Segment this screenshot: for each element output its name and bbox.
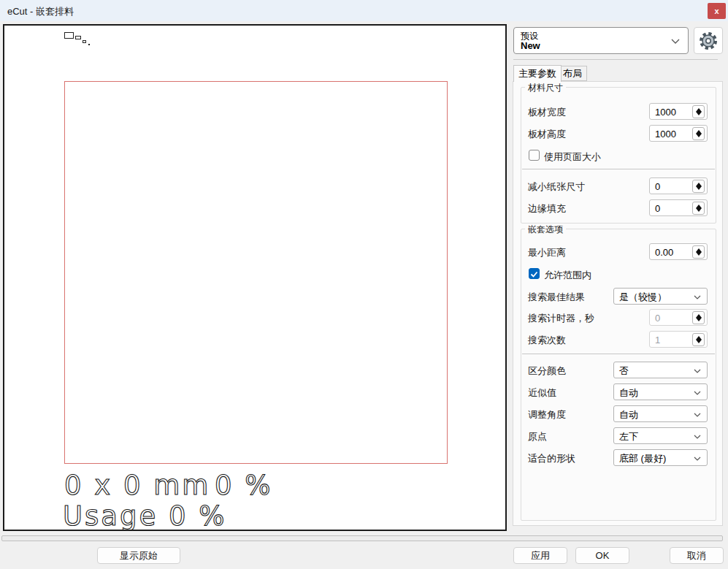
progress-bar <box>1 535 723 541</box>
fit-shape-value: 底部 (最好) <box>619 452 666 465</box>
chevron-down-icon <box>694 295 701 299</box>
origin-value: 左下 <box>619 430 638 443</box>
gear-icon <box>699 31 718 50</box>
preset-settings-button[interactable] <box>694 27 723 54</box>
board-height-value: 1000 <box>655 129 676 140</box>
nesting-group-separator <box>522 354 715 354</box>
canvas-stats: 0 x 0 mm 0 % Usage 0 % <box>60 464 323 531</box>
search-timer-spin-buttons[interactable] <box>692 311 705 324</box>
use-page-size-label: 使用页面大小 <box>544 150 601 164</box>
fit-shape-dropdown[interactable]: 底部 (最好) <box>613 449 708 466</box>
board-width-spinner[interactable]: 1000 <box>649 103 708 120</box>
board-width-label: 板材宽度 <box>528 106 566 119</box>
search-count-label: 搜索次数 <box>528 334 566 347</box>
reduce-paper-spinner[interactable]: 0 <box>649 177 708 194</box>
preset-dropdown[interactable]: 预设 New <box>513 27 689 54</box>
preview-shape-4 <box>88 44 90 45</box>
preview-shape-1 <box>64 32 74 39</box>
show-original-label: 显示原始 <box>120 549 158 562</box>
preview-canvas[interactable]: 0 x 0 mm 0 % Usage 0 % <box>3 24 507 531</box>
approximation-dropdown[interactable]: 自动 <box>613 383 708 400</box>
min-distance-spinner[interactable]: 0.00 <box>649 243 708 260</box>
apply-label: 应用 <box>531 549 550 562</box>
stats-usage-text: Usage 0 % <box>63 500 227 531</box>
chevron-down-icon <box>694 457 701 461</box>
tab-main-parameters[interactable]: 主要参数 <box>513 65 562 82</box>
spin-down-icon <box>696 252 702 256</box>
min-distance-label: 最小距离 <box>528 246 566 259</box>
origin-label: 原点 <box>528 430 547 443</box>
close-icon: x <box>714 7 719 15</box>
board-height-spinner[interactable]: 1000 <box>649 125 708 142</box>
cancel-label: 取消 <box>687 549 706 562</box>
search-count-value: 1 <box>655 335 660 345</box>
chevron-down-icon <box>694 413 701 417</box>
spin-down-icon <box>696 318 702 321</box>
search-count-spinner[interactable]: 1 <box>649 331 708 348</box>
spin-down-icon <box>696 112 702 115</box>
spin-down-icon <box>696 134 702 137</box>
adjust-angle-value: 自动 <box>619 408 638 421</box>
by-color-value: 否 <box>619 364 629 378</box>
chevron-down-icon <box>694 391 701 395</box>
search-best-dropdown[interactable]: 是（较慢） <box>613 288 708 305</box>
chevron-down-icon <box>694 369 701 373</box>
chevron-down-icon <box>671 39 680 45</box>
tab-layout-label: 布局 <box>563 68 582 79</box>
use-page-size-checkbox[interactable] <box>529 150 540 161</box>
preview-shape-2 <box>75 36 81 39</box>
search-timer-spinner[interactable]: 0 <box>649 309 708 326</box>
apply-button[interactable]: 应用 <box>513 547 567 564</box>
show-original-button[interactable]: 显示原始 <box>97 547 180 564</box>
reduce-paper-label: 减小纸张尺寸 <box>528 180 585 194</box>
checkmark-icon <box>529 270 539 279</box>
tab-main-label: 主要参数 <box>518 68 556 79</box>
by-color-label: 区分颜色 <box>528 364 566 378</box>
search-count-spin-buttons[interactable] <box>692 333 705 346</box>
group-material-size-title: 材料尺寸 <box>525 82 566 94</box>
approximation-label: 近似值 <box>528 386 556 400</box>
allow-in-range-checkbox[interactable] <box>529 268 540 279</box>
main-parameters-panel: 材料尺寸 板材宽度 1000 板材高度 1000 使用页面大小 减小纸张尺寸 0… <box>513 81 723 526</box>
fit-shape-label: 适合的形状 <box>528 452 575 465</box>
window-title: eCut - 嵌套排料 <box>7 5 74 18</box>
origin-dropdown[interactable]: 左下 <box>613 427 708 444</box>
material-sheet-outline <box>64 81 448 464</box>
board-height-spin-buttons[interactable] <box>692 127 705 140</box>
spin-down-icon <box>696 340 702 343</box>
header-separator <box>513 59 718 60</box>
stats-percent-text: 0 % <box>215 470 272 501</box>
reduce-paper-value: 0 <box>655 181 660 192</box>
by-color-dropdown[interactable]: 否 <box>613 362 708 378</box>
spin-down-icon <box>696 208 702 212</box>
reduce-paper-spin-buttons[interactable] <box>692 180 705 193</box>
edge-padding-spin-buttons[interactable] <box>692 202 705 215</box>
min-distance-spin-buttons[interactable] <box>692 245 705 259</box>
board-height-label: 板材高度 <box>528 128 566 141</box>
search-best-label: 搜索最佳结果 <box>528 291 585 304</box>
chevron-down-icon <box>694 435 701 439</box>
spin-down-icon <box>696 186 702 190</box>
edge-padding-spinner[interactable]: 0 <box>649 199 708 216</box>
adjust-angle-dropdown[interactable]: 自动 <box>613 405 708 422</box>
search-timer-label: 搜索计时器，秒 <box>528 312 594 325</box>
preset-value: New <box>521 40 540 51</box>
tab-layout[interactable]: 布局 <box>558 66 587 81</box>
material-group-separator <box>522 169 715 169</box>
edge-padding-value: 0 <box>655 203 660 214</box>
allow-in-range-label: 允许范围内 <box>544 269 591 282</box>
cancel-button[interactable]: 取消 <box>670 547 724 564</box>
board-width-value: 1000 <box>655 107 676 118</box>
close-button[interactable]: x <box>708 3 726 19</box>
approximation-value: 自动 <box>619 386 638 400</box>
group-nesting-options-title: 嵌套选项 <box>525 224 566 236</box>
preview-shape-3 <box>83 40 86 43</box>
ok-label: OK <box>596 550 610 561</box>
search-timer-value: 0 <box>655 313 660 324</box>
title-bar: eCut - 嵌套排料 x <box>0 0 728 21</box>
ok-button[interactable]: OK <box>575 547 629 564</box>
adjust-angle-label: 调整角度 <box>528 408 566 421</box>
edge-padding-label: 边缘填充 <box>528 202 566 215</box>
stats-size-text: 0 x 0 mm <box>64 470 210 501</box>
board-width-spin-buttons[interactable] <box>692 105 705 118</box>
